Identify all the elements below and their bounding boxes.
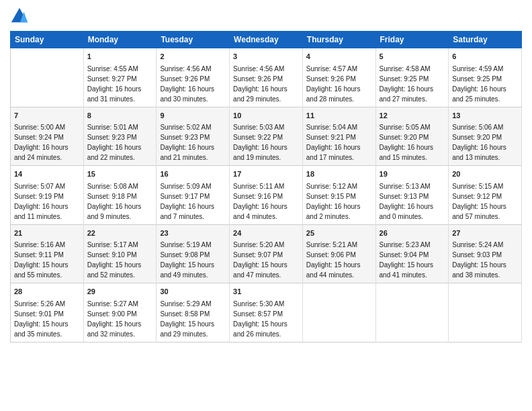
cell-line: Sunset: 9:00 PM — [87, 310, 137, 318]
cell-line: Sunset: 9:23 PM — [160, 134, 210, 141]
cell-content: 13Sunrise: 5:06 AMSunset: 9:20 PMDayligh… — [452, 110, 518, 163]
cell-line: Sunrise: 5:30 AM — [233, 300, 284, 308]
weekday-header-tuesday: Tuesday — [157, 32, 230, 48]
cell-line: Sunset: 9:12 PM — [452, 193, 502, 200]
cell-line: Sunset: 9:04 PM — [380, 251, 429, 259]
cell-line: and 11 minutes. — [14, 213, 62, 220]
cell-line: and 31 minutes. — [87, 95, 135, 103]
day-number: 24 — [233, 228, 299, 239]
calendar-cell: 11Sunrise: 5:04 AMSunset: 9:21 PMDayligh… — [302, 107, 375, 166]
cell-content: 12Sunrise: 5:05 AMSunset: 9:20 PMDayligh… — [380, 110, 445, 163]
day-number: 14 — [14, 169, 80, 180]
cell-line: and 25 minutes. — [452, 95, 500, 103]
day-number: 22 — [87, 228, 153, 239]
cell-content: 7Sunrise: 5:00 AMSunset: 9:24 PMDaylight… — [14, 110, 80, 163]
cell-content: 6Sunrise: 4:59 AMSunset: 9:25 PMDaylight… — [452, 51, 518, 104]
day-number: 8 — [87, 110, 153, 122]
calendar-cell: 6Sunrise: 4:59 AMSunset: 9:25 PMDaylight… — [449, 48, 522, 107]
day-number: 16 — [160, 169, 226, 180]
day-number: 31 — [233, 286, 299, 298]
cell-line: Sunrise: 4:55 AM — [87, 65, 138, 73]
calendar-cell: 3Sunrise: 4:56 AMSunset: 9:26 PMDaylight… — [230, 48, 303, 107]
cell-line: Daylight: 16 hours — [233, 85, 287, 93]
cell-line: Sunset: 9:21 PM — [306, 134, 356, 141]
cell-line: and 24 minutes. — [14, 154, 62, 161]
calendar-cell: 21Sunrise: 5:16 AMSunset: 9:11 PMDayligh… — [11, 224, 84, 283]
cell-content: 19Sunrise: 5:13 AMSunset: 9:13 PMDayligh… — [380, 169, 445, 222]
cell-line: and 35 minutes. — [14, 330, 62, 338]
day-number: 9 — [160, 110, 226, 122]
calendar-cell: 2Sunrise: 4:56 AMSunset: 9:26 PMDaylight… — [157, 48, 230, 107]
calendar-cell: 17Sunrise: 5:11 AMSunset: 9:16 PMDayligh… — [230, 166, 303, 225]
cell-line: Sunset: 9:19 PM — [14, 193, 64, 200]
cell-content: 5Sunrise: 4:58 AMSunset: 9:25 PMDaylight… — [380, 51, 445, 104]
day-number: 4 — [306, 51, 372, 62]
cell-line: Daylight: 15 hours — [87, 261, 142, 269]
cell-line: Daylight: 16 hours — [233, 144, 287, 151]
cell-content: 21Sunrise: 5:16 AMSunset: 9:11 PMDayligh… — [14, 228, 80, 281]
calendar-table: SundayMondayTuesdayWednesdayThursdayFrid… — [10, 31, 522, 342]
day-number: 17 — [233, 169, 299, 180]
cell-line: Daylight: 16 hours — [306, 203, 361, 210]
cell-line: Daylight: 16 hours — [452, 144, 506, 151]
calendar-week-row: 1Sunrise: 4:55 AMSunset: 9:27 PMDaylight… — [11, 48, 522, 107]
cell-line: Sunrise: 5:15 AM — [452, 183, 503, 190]
cell-content: 22Sunrise: 5:17 AMSunset: 9:10 PMDayligh… — [87, 228, 153, 281]
cell-line: Sunrise: 5:04 AM — [306, 124, 357, 131]
cell-line: Daylight: 16 hours — [87, 85, 142, 93]
cell-line: and 49 minutes. — [160, 271, 208, 279]
day-number: 18 — [306, 169, 372, 180]
cell-content: 20Sunrise: 5:15 AMSunset: 9:12 PMDayligh… — [452, 169, 518, 222]
calendar-cell: 23Sunrise: 5:19 AMSunset: 9:08 PMDayligh… — [157, 224, 230, 283]
weekday-header-sunday: Sunday — [11, 32, 84, 48]
cell-line: and 57 minutes. — [452, 213, 500, 220]
cell-line: Daylight: 15 hours — [160, 320, 214, 328]
cell-content: 11Sunrise: 5:04 AMSunset: 9:21 PMDayligh… — [306, 110, 372, 163]
cell-line: Sunset: 9:27 PM — [87, 75, 137, 83]
day-number: 6 — [452, 51, 518, 62]
cell-line: Daylight: 16 hours — [233, 203, 287, 210]
calendar-cell: 15Sunrise: 5:08 AMSunset: 9:18 PMDayligh… — [83, 166, 157, 225]
weekday-header-row: SundayMondayTuesdayWednesdayThursdayFrid… — [11, 32, 522, 48]
logo — [10, 7, 32, 26]
cell-line: Daylight: 15 hours — [87, 320, 142, 328]
cell-line: and 22 minutes. — [87, 154, 135, 161]
cell-content: 8Sunrise: 5:01 AMSunset: 9:23 PMDaylight… — [87, 110, 153, 163]
cell-line: and 44 minutes. — [306, 271, 354, 279]
logo-icon — [10, 7, 29, 26]
cell-line: Sunset: 9:25 PM — [452, 75, 502, 83]
calendar-cell: 9Sunrise: 5:02 AMSunset: 9:23 PMDaylight… — [157, 107, 230, 166]
cell-line: and 41 minutes. — [380, 271, 427, 279]
cell-line: Sunrise: 5:20 AM — [233, 241, 284, 248]
cell-line: Sunrise: 5:06 AM — [452, 124, 503, 131]
cell-content: 18Sunrise: 5:12 AMSunset: 9:15 PMDayligh… — [306, 169, 372, 222]
cell-line: and 27 minutes. — [380, 95, 427, 103]
cell-line: Sunset: 9:22 PM — [233, 134, 283, 141]
cell-content: 10Sunrise: 5:03 AMSunset: 9:22 PMDayligh… — [233, 110, 299, 163]
calendar-cell: 4Sunrise: 4:57 AMSunset: 9:26 PMDaylight… — [302, 48, 375, 107]
cell-line: Daylight: 15 hours — [306, 261, 361, 269]
cell-line: Daylight: 15 hours — [452, 203, 506, 210]
day-number: 1 — [87, 51, 153, 62]
cell-line: and 55 minutes. — [14, 271, 62, 279]
cell-content: 26Sunrise: 5:23 AMSunset: 9:04 PMDayligh… — [380, 228, 445, 281]
cell-line: and 26 minutes. — [233, 330, 281, 338]
calendar-cell — [302, 283, 375, 342]
cell-line: and 38 minutes. — [452, 271, 500, 279]
calendar-cell: 12Sunrise: 5:05 AMSunset: 9:20 PMDayligh… — [375, 107, 449, 166]
cell-line: Sunrise: 5:12 AM — [306, 183, 357, 190]
cell-line: Sunrise: 4:59 AM — [452, 65, 503, 73]
cell-content: 28Sunrise: 5:26 AMSunset: 9:01 PMDayligh… — [14, 286, 80, 339]
cell-content: 25Sunrise: 5:21 AMSunset: 9:06 PMDayligh… — [306, 228, 372, 281]
day-number: 7 — [14, 110, 80, 122]
day-number: 27 — [452, 228, 518, 239]
calendar-cell: 22Sunrise: 5:17 AMSunset: 9:10 PMDayligh… — [83, 224, 157, 283]
cell-line: Sunrise: 5:26 AM — [14, 300, 65, 308]
calendar-week-row: 28Sunrise: 5:26 AMSunset: 9:01 PMDayligh… — [11, 283, 522, 342]
cell-content: 1Sunrise: 4:55 AMSunset: 9:27 PMDaylight… — [87, 51, 153, 104]
cell-line: Sunrise: 5:24 AM — [452, 241, 503, 248]
calendar-week-row: 21Sunrise: 5:16 AMSunset: 9:11 PMDayligh… — [11, 224, 522, 283]
day-number: 3 — [233, 51, 299, 62]
cell-line: Sunrise: 5:19 AM — [160, 241, 211, 248]
cell-line: Sunset: 9:23 PM — [87, 134, 137, 141]
